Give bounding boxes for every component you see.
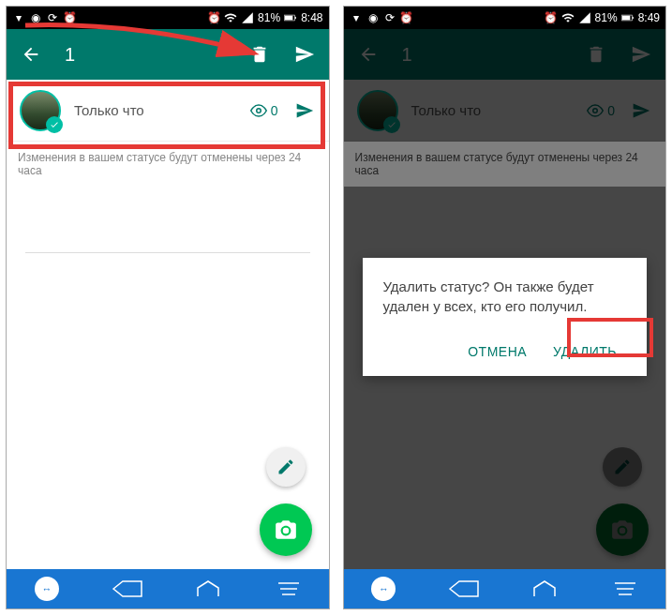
app-bar: 1 <box>7 29 329 80</box>
battery-icon <box>621 11 635 24</box>
status-item[interactable]: Только что 0 <box>7 80 329 142</box>
notif-icon: ▾ <box>350 11 363 24</box>
appbar-title: 1 <box>65 44 75 66</box>
eye-icon: ◉ <box>366 11 380 24</box>
android-status-bar: ▾ ◉ ⟳ ⏰ ⏰ 81% 8:49 <box>344 7 666 29</box>
nav-back[interactable] <box>109 575 146 603</box>
divider <box>25 252 310 253</box>
dialog-cancel-button[interactable]: ОТМЕНА <box>458 337 536 367</box>
nav-home[interactable] <box>189 575 227 603</box>
nav-teamviewer[interactable]: ↔ <box>28 575 66 603</box>
nav-back[interactable] <box>445 575 483 603</box>
svg-point-3 <box>256 108 261 113</box>
svg-rect-1 <box>285 16 293 21</box>
clock-text: 8:48 <box>301 11 322 24</box>
phone-right: ▾ ◉ ⟳ ⏰ ⏰ 81% 8:49 1 <box>343 6 667 609</box>
edit-fab[interactable] <box>266 447 306 487</box>
android-nav-bar: ↔ <box>344 569 666 608</box>
svg-rect-9 <box>621 16 630 21</box>
clock-text: 8:49 <box>638 11 660 24</box>
forward-button[interactable] <box>293 99 316 122</box>
check-badge-icon <box>46 116 63 133</box>
android-status-bar: ▾ ◉ ⟳ ⏰ ⏰ 81% 8:48 <box>7 7 329 29</box>
delete-dialog: Удалить статус? Он также будет удален у … <box>363 258 648 376</box>
svg-rect-10 <box>632 17 633 19</box>
signal-icon <box>241 11 254 24</box>
sync-icon: ⟳ <box>46 11 59 24</box>
dialog-confirm-button[interactable]: УДАЛИТЬ <box>544 337 626 367</box>
svg-rect-2 <box>295 17 296 19</box>
svg-point-4 <box>282 528 289 534</box>
nav-recents[interactable] <box>606 575 644 603</box>
battery-text: 81% <box>258 11 280 24</box>
wifi-icon <box>561 11 575 24</box>
notif-icon: ▾ <box>12 11 25 24</box>
phone-left: ▾ ◉ ⟳ ⏰ ⏰ 81% 8:48 1 <box>6 6 330 609</box>
alarm-icon: ⏰ <box>400 11 413 24</box>
dialog-message: Удалить статус? Он также будет удален у … <box>383 277 627 316</box>
back-button[interactable] <box>20 43 42 66</box>
content-area <box>7 187 329 569</box>
battery-text: 81% <box>595 11 618 24</box>
android-nav-bar: ↔ <box>7 569 329 608</box>
status-avatar <box>20 90 61 131</box>
camera-fab[interactable] <box>260 503 312 556</box>
wifi-icon <box>224 11 237 24</box>
status-time-label: Только что <box>74 102 144 118</box>
signal-icon <box>578 11 591 24</box>
views-count: 0 <box>250 102 278 119</box>
nav-home[interactable] <box>526 575 563 603</box>
battery-icon <box>284 11 297 24</box>
nav-recents[interactable] <box>270 575 307 603</box>
alarm2-icon: ⏰ <box>545 11 558 24</box>
alarm2-icon: ⏰ <box>207 11 220 24</box>
delete-button[interactable] <box>248 43 271 66</box>
nav-teamviewer[interactable]: ↔ <box>365 575 402 603</box>
status-info-text: Изменения в вашем статусе будут отменены… <box>7 142 329 187</box>
alarm-icon: ⏰ <box>63 11 76 24</box>
sync-icon: ⟳ <box>383 11 396 24</box>
share-button[interactable] <box>293 43 316 66</box>
eye-icon: ◉ <box>29 11 42 24</box>
